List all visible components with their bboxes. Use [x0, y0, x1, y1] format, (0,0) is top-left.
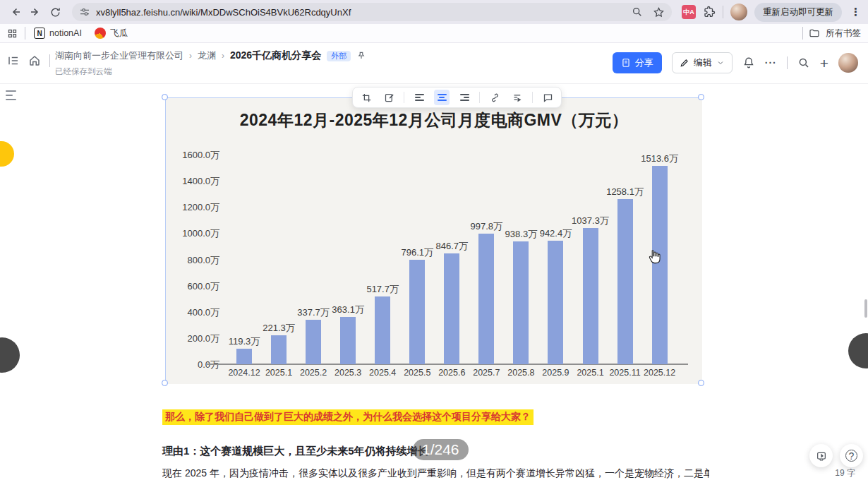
y-axis-tick: 200.0万 [167, 332, 219, 345]
notifications-bell-icon[interactable] [742, 56, 755, 69]
edit-label: 编辑 [694, 56, 712, 69]
bar [306, 320, 321, 364]
address-bar[interactable]: xv8lyll5haz.feishu.cn/wiki/MxDDwSChOiS4B… [72, 3, 672, 21]
scrollbar[interactable] [864, 299, 867, 318]
extensions-icon[interactable] [703, 6, 716, 18]
bar [652, 166, 668, 364]
help-icon: ? [845, 450, 857, 462]
breadcrumb-item[interactable]: 龙渊 [198, 49, 216, 62]
bookmarks-right-divider [802, 27, 803, 40]
bookmarks-bar: N notionAI 飞瓜 所有书签 [0, 24, 868, 43]
bar [271, 335, 287, 364]
toolbar-divider [723, 6, 723, 18]
bar [583, 228, 598, 364]
word-count: 19 字 [835, 467, 855, 479]
y-axis-tick: 1400.0万 [167, 175, 219, 188]
reason-heading: 理由1：这个赛道规模巨大，且至少未来5年仍将持续增长 [162, 445, 428, 458]
bar [478, 234, 494, 364]
all-bookmarks-label[interactable]: 所有书签 [826, 28, 861, 40]
notionai-icon: N [34, 28, 45, 39]
x-axis-tick: 2025.3 [328, 368, 368, 378]
more-icon[interactable]: ··· [765, 57, 777, 68]
bar [409, 260, 425, 364]
breadcrumb-item[interactable]: 湖南向前一步企业管理有限公司 [55, 49, 183, 62]
app-header: 湖南向前一步企业管理有限公司 › 龙渊 › 2026千亿商机分享会 外部 已经保… [0, 43, 868, 84]
crop-icon[interactable] [358, 90, 374, 105]
y-axis-tick: 1600.0万 [167, 149, 219, 162]
x-axis-tick: 2025.6 [432, 368, 471, 378]
comment-icon[interactable] [540, 90, 555, 105]
bookmark-item-feigua[interactable]: 飞瓜 [95, 28, 128, 40]
sidebar-toggle-icon[interactable] [7, 54, 20, 67]
feigua-icon [95, 28, 106, 39]
floating-left-button[interactable] [0, 337, 20, 373]
search-icon[interactable] [797, 56, 810, 69]
x-axis-tick: 2024.12 [224, 368, 264, 378]
copy-link-icon[interactable] [487, 90, 502, 105]
x-axis-tick: 2025.1 [259, 368, 299, 378]
external-badge: 外部 [327, 51, 351, 61]
page-title[interactable]: 2026千亿商机分享会 [230, 49, 321, 62]
resize-handle-top-left[interactable] [162, 94, 168, 100]
home-icon[interactable] [28, 54, 41, 67]
bar [340, 317, 356, 364]
x-axis-tick: 2025.1 [571, 368, 610, 378]
y-axis-tick: 600.0万 [167, 280, 219, 293]
share-doc-icon [621, 58, 631, 68]
apps-grid-icon[interactable] [7, 28, 18, 39]
bar-value-label: 1513.6万 [630, 152, 689, 165]
floating-right-button[interactable] [848, 333, 868, 368]
browser-avatar[interactable] [730, 4, 747, 20]
bar-value-label: 119.3万 [215, 335, 274, 348]
feedback-icon [816, 450, 827, 462]
x-axis-tick: 2025.9 [536, 368, 575, 378]
y-axis-tick: 400.0万 [167, 306, 219, 319]
url-text[interactable]: xv8lyll5haz.feishu.cn/wiki/MxDDwSChOiS4B… [96, 7, 626, 18]
help-button[interactable]: ? [840, 444, 863, 467]
update-chip[interactable]: 重新启动即可更新 [754, 3, 842, 22]
translate-extension-icon[interactable]: 中A [682, 5, 696, 19]
annotate-icon[interactable] [381, 90, 397, 105]
refresh-icon[interactable] [45, 2, 65, 22]
page-indicator: 1/246 [413, 439, 469, 460]
resize-handle-top-right[interactable] [698, 94, 704, 100]
bookmark-item-notionai[interactable]: N notionAI [34, 28, 82, 39]
bar-value-label: 1037.3万 [561, 215, 620, 227]
browser-menu-icon[interactable]: ⋮ [849, 6, 862, 18]
zoom-icon[interactable] [632, 6, 643, 18]
x-axis-tick: 2025.11 [605, 368, 645, 378]
x-axis-tick: 2025.5 [397, 368, 437, 378]
site-settings-icon[interactable] [79, 6, 90, 18]
floating-yellow-button[interactable] [0, 141, 14, 167]
x-axis-tick: 2025.12 [640, 368, 680, 378]
bar-value-label: 846.7万 [422, 240, 481, 253]
user-avatar[interactable] [838, 53, 858, 73]
pencil-icon [680, 58, 689, 68]
bookmarks-divider [25, 27, 25, 40]
hand-cursor-icon [647, 249, 662, 265]
align-center-icon[interactable] [434, 90, 450, 105]
resize-handle-bottom-left[interactable] [162, 380, 168, 386]
chart-title: 2024年12月-2025年12月公司月度电商GMV（万元） [166, 109, 702, 131]
resize-handle-bottom-right[interactable] [698, 380, 704, 386]
back-icon[interactable] [6, 2, 25, 22]
chart-plot: 2024年12月-2025年12月公司月度电商GMV（万元） 0.0万200.0… [166, 98, 702, 384]
pin-icon[interactable] [356, 51, 366, 61]
y-axis-tick: 800.0万 [167, 254, 219, 267]
align-right-icon[interactable] [457, 90, 472, 105]
forward-icon[interactable] [25, 2, 45, 22]
chart-image[interactable]: 2024年12月-2025年12月公司月度电商GMV（万元） 0.0万200.0… [165, 97, 701, 383]
edit-button[interactable]: 编辑 [672, 52, 733, 73]
move-to-icon[interactable] [510, 90, 525, 105]
image-toolbar [352, 87, 562, 108]
bookmark-star-icon[interactable] [653, 6, 665, 18]
create-icon[interactable]: + [820, 56, 828, 71]
align-left-icon[interactable] [411, 90, 427, 105]
x-axis-tick: 2025.2 [294, 368, 333, 378]
outline-icon[interactable] [6, 90, 18, 100]
highlighted-text: 那么，除了我们自己做到了巨大的成绩之外，为什么我会选择这个项目分享给大家？ [162, 409, 534, 425]
feedback-button[interactable] [809, 444, 833, 467]
header-divider [49, 54, 50, 67]
browser-toolbar: xv8lyll5haz.feishu.cn/wiki/MxDDwSChOiS4B… [0, 0, 868, 24]
share-button[interactable]: 分享 [613, 52, 662, 73]
